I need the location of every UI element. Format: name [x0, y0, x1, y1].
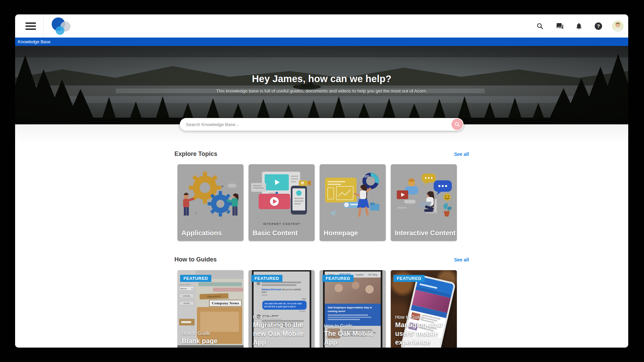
guide-card-the-oak-mobile-app[interactable]: Home Latest News Payslips SLT Blog Oak E…: [320, 270, 386, 348]
chat-you-label: You: [257, 298, 306, 300]
chat-message: [257, 282, 307, 287]
gears-illustration: [177, 167, 244, 222]
guide-kicker: How to Guide: [182, 330, 241, 336]
how-to-guides-header: How to Guides See all: [174, 256, 469, 263]
how-to-guides-cards: FEATURED Aspect Ratio Banner ▾ CANCEL DO…: [177, 270, 457, 348]
topic-card-label: Homepage: [324, 229, 358, 237]
logo-circle-lightblue: [56, 26, 64, 35]
screenshot-folder-strip: [213, 288, 243, 292]
screenshot-done-button: DONE: [179, 301, 194, 305]
app-bar-title: Knowledge Base: [18, 39, 51, 44]
featured-badge: FEATURED: [322, 275, 354, 282]
featured-badge: FEATURED: [393, 275, 425, 282]
avatar: [257, 282, 260, 285]
topic-card-label: Basic Content: [253, 229, 298, 237]
screenshot-cancel-button: CANCEL: [179, 294, 194, 298]
guide-card-managing-mobile-experience[interactable]: FEATURED How to Guide Managing your user…: [391, 270, 457, 348]
search-input[interactable]: [180, 122, 451, 127]
avatar-face-icon: [612, 20, 624, 32]
chat-timestamp: [299, 311, 305, 312]
screenshot-dropdown-value: Banner: [180, 288, 187, 290]
chat-bubbles-icon: [555, 22, 564, 30]
hamburger-bar: [25, 22, 36, 24]
app-logo[interactable]: [52, 17, 75, 36]
app-window: ? Knowledge Base: [15, 14, 628, 348]
user-avatar-button[interactable]: [611, 20, 624, 33]
see-all-link-guides[interactable]: See all: [454, 257, 469, 262]
page-content: Explore Topics See all: [15, 124, 628, 348]
screenshot-news-headline: Oak Employee Appreciation Day is coming …: [328, 306, 378, 313]
topic-card-interactive-content[interactable]: Interactive Content: [391, 164, 457, 241]
help-icon: ?: [595, 22, 602, 30]
guide-card-caption: How to Guide Blank page: [182, 330, 241, 345]
search-submit-button[interactable]: [451, 119, 463, 130]
hero-subtitle: This knowledge base is full of useful gu…: [15, 88, 628, 94]
dashboard-illustration: [320, 167, 386, 222]
explore-topics-cards: Applications: [177, 164, 457, 241]
guide-card-migrating-oak-mobile-app[interactable]: Natasha McDonald will you be available t…: [249, 270, 315, 348]
featured-badge: FEATURED: [180, 275, 211, 282]
hero-banner: Hey James, how can we help? This knowled…: [15, 46, 628, 124]
screenshot-folder-plate: Company News: [209, 300, 242, 307]
user-avatar: [612, 20, 624, 32]
see-all-link-explore[interactable]: See all: [454, 152, 469, 157]
screenshot-bottom-bar: [177, 345, 244, 348]
notifications-button[interactable]: [573, 20, 585, 33]
chevron-down-icon: ▾: [192, 287, 193, 290]
bell-icon: [575, 22, 583, 30]
topic-card-basic-content[interactable]: INTERNET CONTENT Basic Content: [249, 164, 315, 241]
guide-title: Blank page: [182, 337, 241, 345]
chat-blue-bubble: Yes that's fine with me, I'm on the road…: [262, 301, 307, 310]
topic-card-label: Interactive Content: [395, 229, 455, 237]
chat-mention: Natasha McDonald: [262, 288, 281, 291]
screen: ? Knowledge Base: [0, 0, 644, 362]
topic-card-applications[interactable]: Applications: [177, 164, 244, 241]
chat-message-text: Natasha McDonald will you be available t…: [262, 288, 307, 294]
guide-card-caption: How to Guide The Oak Mobile App: [324, 323, 383, 347]
messages-button[interactable]: [553, 20, 566, 33]
guide-title: Managing your users' mobile experience: [395, 320, 454, 347]
help-button[interactable]: ?: [592, 20, 605, 33]
featured-badge: FEATURED: [251, 275, 282, 282]
guide-kicker: How to Guide: [395, 314, 454, 320]
section-title-how-to-guides: How to Guides: [174, 256, 217, 263]
search-bar: [180, 118, 464, 131]
app-bar: Knowledge Base: [15, 38, 628, 46]
toolbar: ?: [15, 14, 628, 38]
topic-card-homepage[interactable]: Homepage: [320, 164, 386, 241]
hamburger-bar: [25, 28, 36, 30]
guide-kicker: How to Guide: [253, 314, 312, 320]
app-tab: Payslips: [356, 274, 364, 276]
hamburger-bar: [25, 25, 36, 27]
screenshot-folder-strip: [198, 282, 242, 286]
hamburger-menu-icon[interactable]: [20, 14, 41, 38]
section-title-explore-topics: Explore Topics: [174, 150, 217, 158]
video-content-illustration: [249, 167, 315, 217]
guide-card-caption: How to Guide Migrating to the new Oak Mo…: [253, 314, 312, 347]
guide-card-caption: How to Guide Managing your users' mobile…: [395, 314, 454, 347]
screenshot-news-banner: Oak Employee Appreciation Day is coming …: [325, 304, 381, 326]
toolbar-icons: ?: [534, 20, 624, 33]
search-button[interactable]: [534, 20, 546, 33]
screenshot-folder-tab: Documents: [200, 293, 229, 300]
guide-kicker: How to Guide: [324, 323, 383, 328]
app-tab: SLT Blog: [368, 274, 377, 276]
toolbar-divider: [43, 14, 44, 38]
explore-topics-header: Explore Topics See all: [174, 150, 469, 158]
chat-timestamp: [262, 295, 268, 296]
screenshot-panel-label: Aspect Ratio: [179, 284, 194, 286]
guide-title: Migrating to the new Oak Mobile App: [253, 320, 312, 347]
hero-title: Hey James, how can we help?: [15, 73, 628, 84]
search-icon: [536, 22, 544, 30]
guide-card-blank-page[interactable]: FEATURED Aspect Ratio Banner ▾ CANCEL DO…: [177, 270, 244, 348]
search-icon: [454, 121, 460, 127]
chat-people-illustration: [391, 167, 457, 222]
screenshot-thumbnail: [179, 319, 195, 325]
topic-card-caption: INTERNET CONTENT: [249, 222, 315, 226]
screenshot-dropdown: Banner ▾: [179, 286, 194, 291]
guide-title: The Oak Mobile App: [324, 329, 383, 347]
topic-card-label: Applications: [181, 229, 222, 237]
hero-background-image: [15, 46, 628, 124]
